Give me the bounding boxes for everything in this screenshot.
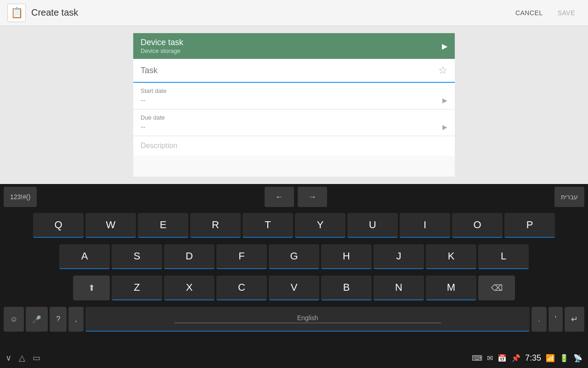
enter-button[interactable]: ↵ [565, 307, 584, 332]
recent-apps-icon[interactable]: ▭ [33, 353, 40, 363]
keyboard-row-1: QWERTYUIOP [0, 210, 588, 241]
key-z[interactable]: Z [112, 276, 162, 300]
microphone-icon: 🎤 [32, 315, 41, 324]
key-e[interactable]: E [138, 213, 188, 238]
due-date-field[interactable]: Due date -- ▶ [133, 109, 455, 136]
key-q[interactable]: Q [33, 213, 84, 238]
keyboard-bottom-row: ☺ 🎤 ? , English . ' ↵ [0, 304, 588, 335]
calendar-status-icon: 📅 [498, 354, 507, 362]
key-h[interactable]: H [321, 244, 372, 269]
status-bar-right: ⌨ ✉ 📅 📌 7:35 📶 🔋 📡 [472, 353, 582, 363]
comma-button[interactable]: , [68, 307, 83, 332]
form-card: Device task Device storage ▶ ☆ Start dat… [133, 33, 455, 177]
num-sym-button[interactable]: 123!#() [4, 187, 37, 207]
emoji-icon: ☺ [10, 315, 17, 323]
emoji-button[interactable]: ☺ [4, 307, 24, 332]
battery-status-icon: 🔋 [560, 354, 569, 362]
key-c[interactable]: C [216, 276, 267, 300]
due-date-value-row: -- ▶ [141, 123, 447, 131]
signal-status-icon: 📡 [573, 354, 582, 362]
key-a[interactable]: A [59, 244, 110, 269]
apostrophe-button[interactable]: ' [548, 307, 563, 332]
key-l[interactable]: L [478, 244, 529, 269]
app-icon: 📋 [7, 4, 26, 22]
top-bar-left: 📋 Create task [7, 4, 78, 22]
list-subtitle: Device storage [141, 47, 183, 54]
start-date-field[interactable]: Start date -- ▶ [133, 83, 455, 109]
start-date-label: Start date [141, 87, 447, 94]
key-k[interactable]: K [426, 244, 476, 269]
description-row[interactable]: Description [133, 136, 455, 155]
description-placeholder: Description [141, 142, 177, 150]
keyboard-row-3: ⬆ZXCVBNM⌫ [0, 272, 588, 304]
start-date-chevron-icon: ▶ [442, 97, 447, 104]
question-mark-button[interactable]: ? [50, 307, 67, 332]
key-g[interactable]: G [269, 244, 319, 269]
keyboard-top-row: 123!#() ← → עברית [0, 184, 588, 210]
form-area: Device task Device storage ▶ ☆ Start dat… [0, 26, 588, 184]
key-n[interactable]: N [373, 276, 424, 300]
status-bar: ∨ △ ▭ ⌨ ✉ 📅 📌 7:35 📶 🔋 📡 [0, 348, 588, 368]
key-r[interactable]: R [190, 213, 241, 238]
due-date-label: Due date [141, 114, 447, 121]
space-label: English [297, 314, 318, 322]
space-button[interactable]: English [85, 307, 530, 332]
status-time: 7:35 [525, 353, 541, 363]
list-name: Device task [141, 38, 183, 47]
space-bar-indicator [174, 322, 441, 323]
key-p[interactable]: P [504, 213, 555, 238]
arrow-buttons: ← → [265, 187, 327, 207]
shift-button[interactable]: ⬆ [73, 276, 110, 300]
key-m[interactable]: M [426, 276, 476, 300]
key-y[interactable]: Y [295, 213, 345, 238]
keyboard-area: 123!#() ← → עברית QWERTYUIOP ASDFGHJKL ⬆… [0, 184, 588, 368]
pin-status-icon: 📌 [511, 354, 520, 362]
email-status-icon: ✉ [487, 354, 493, 362]
key-j[interactable]: J [373, 244, 424, 269]
left-arrow-button[interactable]: ← [265, 187, 294, 207]
hebrew-button[interactable]: עברית [554, 187, 584, 207]
key-t[interactable]: T [243, 213, 293, 238]
microphone-button[interactable]: 🎤 [26, 307, 48, 332]
key-v[interactable]: V [269, 276, 319, 300]
start-date-value-row: -- ▶ [141, 96, 447, 104]
key-o[interactable]: O [452, 213, 503, 238]
wifi-status-icon: 📶 [546, 354, 555, 362]
home-nav-icon[interactable]: △ [19, 353, 25, 363]
start-date-value: -- [141, 96, 146, 104]
key-b[interactable]: B [321, 276, 372, 300]
top-bar: 📋 Create task CANCEL SAVE [0, 0, 588, 26]
key-f[interactable]: F [216, 244, 267, 269]
key-x[interactable]: X [164, 276, 215, 300]
star-icon[interactable]: ☆ [438, 64, 447, 76]
due-date-value: -- [141, 123, 146, 131]
key-u[interactable]: U [347, 213, 398, 238]
status-bar-left: ∨ △ ▭ [6, 353, 40, 363]
keyboard-row-2: ASDFGHJKL [0, 241, 588, 272]
keyboard-status-icon: ⌨ [472, 354, 482, 362]
save-button[interactable]: SAVE [552, 6, 581, 20]
period-button[interactable]: . [531, 307, 546, 332]
task-input-row: ☆ [133, 59, 455, 83]
due-date-chevron-icon: ▶ [442, 123, 447, 131]
task-input[interactable] [141, 66, 438, 75]
back-nav-icon[interactable]: ∨ [6, 353, 11, 363]
key-d[interactable]: D [164, 244, 215, 269]
key-i[interactable]: I [400, 213, 450, 238]
top-bar-actions: CANCEL SAVE [510, 6, 581, 20]
list-header-texts: Device task Device storage [141, 38, 183, 54]
list-header[interactable]: Device task Device storage ▶ [133, 33, 455, 59]
page-title: Create task [31, 7, 78, 18]
key-s[interactable]: S [112, 244, 162, 269]
list-chevron-icon: ▶ [442, 42, 447, 51]
key-w[interactable]: W [85, 213, 136, 238]
cancel-button[interactable]: CANCEL [510, 6, 548, 20]
backspace-button[interactable]: ⌫ [478, 276, 515, 300]
right-arrow-button[interactable]: → [298, 187, 327, 207]
